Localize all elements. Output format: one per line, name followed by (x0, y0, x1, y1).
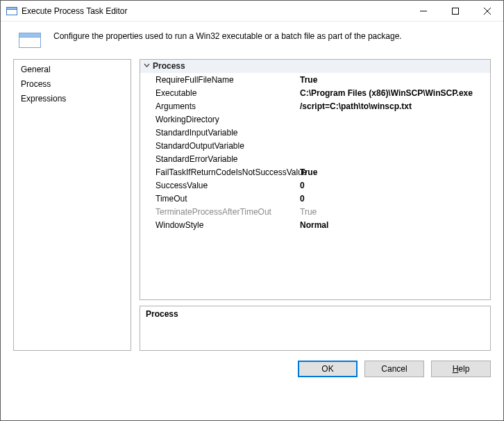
property-name: StandardInputVariable (140, 126, 300, 139)
property-name: RequireFullFileName (140, 73, 300, 86)
category-row[interactable]: Process (140, 60, 490, 73)
property-name: StandardErrorVariable (140, 152, 300, 165)
header-icon (19, 33, 41, 48)
window-title: Execute Process Task Editor (22, 6, 128, 16)
property-grid[interactable]: Process RequireFullFileNameTrueExecutabl… (140, 59, 491, 300)
property-row[interactable]: TimeOut0 (140, 192, 490, 205)
property-name: WorkingDirectory (140, 113, 300, 126)
property-row[interactable]: TerminateProcessAfterTimeOutTrue (140, 205, 490, 218)
property-value[interactable]: True (300, 205, 490, 218)
maximize-button[interactable] (439, 1, 471, 22)
dialog-footer: OK Cancel Help (1, 351, 503, 387)
cancel-button[interactable]: Cancel (364, 361, 424, 377)
property-name: SuccessValue (140, 179, 300, 192)
description-title: Process (146, 309, 485, 319)
property-row[interactable]: FailTaskIfReturnCodeIsNotSuccessValueTru… (140, 165, 490, 179)
property-value[interactable]: True (300, 73, 490, 86)
property-row[interactable]: ExecutableC:\Program Files (x86)\WinSCP\… (140, 86, 490, 99)
property-value[interactable] (300, 126, 490, 139)
close-button[interactable] (471, 1, 503, 22)
property-value[interactable] (300, 152, 490, 165)
category-label: Process (153, 61, 185, 71)
property-name: Executable (140, 86, 300, 99)
sidebar: General Process Expressions (13, 59, 131, 351)
property-name: StandardOutputVariable (140, 139, 300, 152)
property-row[interactable]: WorkingDirectory (140, 113, 490, 126)
property-value[interactable]: 0 (300, 192, 490, 205)
property-name: FailTaskIfReturnCodeIsNotSuccessValue (140, 165, 300, 179)
svg-rect-1 (7, 7, 17, 9)
titlebar: Execute Process Task Editor (1, 1, 503, 22)
property-value[interactable]: 0 (300, 179, 490, 192)
header-description: Configure the properties used to run a W… (53, 31, 402, 41)
sidebar-item-expressions[interactable]: Expressions (14, 92, 131, 106)
property-row[interactable]: RequireFullFileNameTrue (140, 73, 490, 86)
collapse-icon[interactable] (140, 63, 153, 70)
description-panel: Process (140, 306, 491, 351)
svg-rect-2 (453, 8, 459, 14)
sidebar-item-general[interactable]: General (14, 63, 131, 77)
property-value[interactable] (300, 113, 490, 126)
property-row[interactable]: StandardOutputVariable (140, 139, 490, 152)
property-name: TerminateProcessAfterTimeOut (140, 205, 300, 218)
property-row[interactable]: Arguments/script=C:\path\to\winscp.txt (140, 99, 490, 113)
property-row[interactable]: SuccessValue0 (140, 179, 490, 192)
property-name: WindowStyle (140, 218, 300, 231)
property-name: Arguments (140, 99, 300, 113)
ok-button[interactable]: OK (298, 361, 358, 377)
header: Configure the properties used to run a W… (1, 22, 503, 59)
property-value[interactable]: C:\Program Files (x86)\WinSCP\WinSCP.exe (300, 86, 490, 99)
property-row[interactable]: StandardInputVariable (140, 126, 490, 139)
property-value[interactable]: Normal (300, 218, 490, 231)
property-value[interactable]: /script=C:\path\to\winscp.txt (300, 99, 490, 113)
property-name: TimeOut (140, 192, 300, 205)
property-value[interactable] (300, 139, 490, 152)
help-button[interactable]: Help (431, 361, 491, 377)
property-value[interactable]: True (300, 165, 490, 179)
property-row[interactable]: WindowStyleNormal (140, 218, 490, 231)
sidebar-item-process[interactable]: Process (14, 77, 131, 92)
svg-rect-4 (19, 33, 41, 38)
window-icon (6, 6, 17, 17)
minimize-button[interactable] (408, 1, 439, 22)
property-row[interactable]: StandardErrorVariable (140, 152, 490, 165)
